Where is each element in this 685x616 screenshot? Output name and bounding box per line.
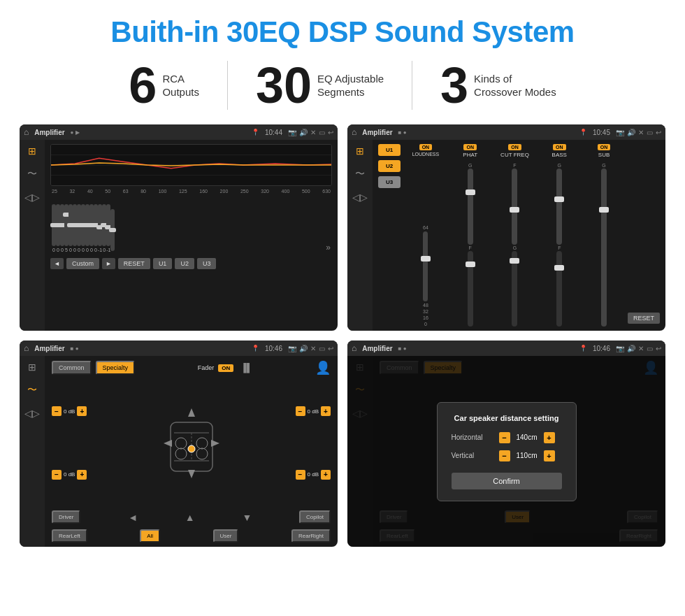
wave-icon[interactable]: 〜 <box>27 168 37 180</box>
location-icon: 📍 <box>252 129 259 136</box>
screen3-camera-icon: 📷 <box>288 345 296 352</box>
svg-marker-13 <box>188 408 195 417</box>
eq-custom-btn[interactable]: Custom <box>66 258 99 269</box>
db3-plus[interactable]: + <box>321 406 331 416</box>
minimize-icon: ▭ <box>319 129 325 136</box>
fader-bottom-row-2: RearLeft All User RearRight <box>52 529 331 543</box>
pos-copilot[interactable]: Copilot <box>299 510 331 524</box>
stat-crossover: 3 Kinds ofCrossover Modes <box>412 60 584 110</box>
stat-rca-label: RCAOutputs <box>162 72 199 99</box>
amp-channel-sub: ON SUB G <box>583 144 625 327</box>
screen2-volume-icon: 🔊 <box>627 129 635 136</box>
tab-specialty[interactable]: Specialty <box>96 361 136 375</box>
eq-prev-btn[interactable]: ◄ <box>50 258 64 269</box>
freq-320: 320 <box>261 189 269 194</box>
screen2-sidebar: ⊞ 〜 ◁▷ <box>347 140 373 331</box>
screen3-sidebar: ⊞ 〜 ◁▷ <box>20 356 45 547</box>
db2-minus[interactable]: − <box>52 470 62 480</box>
amp-channels: ON LOUDNESS 64 48 32 16 0 <box>405 144 660 327</box>
eq-sliders: 0 0 0 5 0 0 0 0 0 0 0 -1 0 -1 » <box>50 196 332 252</box>
screen2-speaker-icon[interactable]: ◁▷ <box>352 192 368 203</box>
preset-u1[interactable]: U1 <box>378 144 401 156</box>
screen2-status: ■ ● <box>398 129 407 136</box>
tab-common[interactable]: Common <box>52 361 92 375</box>
screen3-location-icon: 📍 <box>252 345 259 352</box>
freq-80: 80 <box>140 189 146 194</box>
screen2-camera-icon: 📷 <box>616 129 624 136</box>
dialog-title: Car speaker distance setting <box>452 414 562 422</box>
eq-next-btn[interactable]: ► <box>102 258 115 269</box>
pos-user[interactable]: User <box>213 529 239 543</box>
preset-u2[interactable]: U2 <box>378 160 401 172</box>
stat-eq-label: EQ AdjustableSegments <box>317 72 384 99</box>
pos-rearright[interactable]: RearRight <box>291 529 331 543</box>
screen3-home-icon[interactable]: ⌂ <box>24 343 29 353</box>
expand-icon[interactable]: » <box>326 243 331 252</box>
dialog-horizontal-row: Horizontal − 140cm + <box>452 432 562 443</box>
fader-main: Common Specialty Fader ON ▐▌ 👤 − 0 dB + <box>45 356 338 547</box>
left-arrow-icon: ◄ <box>128 512 138 523</box>
eq-icon[interactable]: ⊞ <box>28 145 36 157</box>
db2-plus[interactable]: + <box>77 470 87 480</box>
screen3-speaker-icon[interactable]: ◁▷ <box>24 408 40 419</box>
freq-200: 200 <box>220 189 229 194</box>
sub-on-badge: ON <box>598 144 611 150</box>
pos-driver[interactable]: Driver <box>52 510 80 524</box>
screen2-title: Amplifier <box>362 129 392 136</box>
fader-label: Fader <box>198 364 215 371</box>
pos-rearleft[interactable]: RearLeft <box>52 529 87 543</box>
stat-crossover-number: 3 <box>440 60 468 110</box>
eq-slider-15 <box>110 209 115 252</box>
dialog-vertical-row: Vertical − 110cm + <box>452 450 562 461</box>
preset-u3[interactable]: U3 <box>378 176 401 188</box>
fader-bottom-row: Driver ◄ ▲ ▼ Copilot <box>52 510 331 524</box>
db4-minus[interactable]: − <box>296 470 305 480</box>
stat-crossover-label: Kinds ofCrossover Modes <box>474 72 556 99</box>
screen-eq: ⌂ Amplifier ● ▶ 📍 10:44 📷 🔊 ✕ ▭ ↩ ⊞ 〜 ◁▷ <box>20 124 338 331</box>
screen1-status: ● ▶ <box>71 129 80 136</box>
screen3-eq-icon[interactable]: ⊞ <box>28 361 36 373</box>
eq-u1-btn[interactable]: U1 <box>153 258 173 269</box>
screen2-eq-icon[interactable]: ⊞ <box>356 145 364 157</box>
confirm-button[interactable]: Confirm <box>452 473 562 489</box>
horizontal-value: 140cm <box>513 434 541 441</box>
vertical-minus-btn[interactable]: − <box>499 450 510 461</box>
svg-point-12 <box>188 445 195 452</box>
screen4-home-icon[interactable]: ⌂ <box>352 343 356 353</box>
screen2-wave-icon[interactable]: 〜 <box>355 168 365 180</box>
amp-reset-btn[interactable]: RESET <box>628 313 660 324</box>
screen1-time: 10:44 <box>265 129 282 136</box>
screen4-title: Amplifier <box>362 345 392 352</box>
screen3-wave-icon[interactable]: 〜 <box>27 384 37 396</box>
eq-reset-btn[interactable]: RESET <box>118 258 150 269</box>
db1-minus[interactable]: − <box>52 406 62 416</box>
pos-all[interactable]: All <box>140 529 160 543</box>
home-icon[interactable]: ⌂ <box>24 127 29 137</box>
db1-plus[interactable]: + <box>77 406 87 416</box>
stats-row: 6 RCAOutputs 30 EQ AdjustableSegments 3 … <box>0 60 685 124</box>
screen2-topbar: ⌂ Amplifier ■ ● 📍 10:45 📷 🔊 ✕ ▭ ↩ <box>347 124 665 140</box>
horizontal-plus-btn[interactable]: + <box>544 432 555 443</box>
person-icon[interactable]: 👤 <box>315 360 331 375</box>
db3-val: 0 dB <box>308 408 319 415</box>
db4-plus[interactable]: + <box>321 470 331 480</box>
horizontal-minus-btn[interactable]: − <box>499 432 510 443</box>
svg-point-9 <box>196 438 208 449</box>
speaker-icon[interactable]: ◁▷ <box>24 192 40 203</box>
freq-25: 25 <box>52 189 57 194</box>
screen3-volume-icon: 🔊 <box>299 345 308 352</box>
screen4-back-icon: ↩ <box>656 345 661 352</box>
eq-u2-btn[interactable]: U2 <box>175 258 194 269</box>
eq-u3-btn[interactable]: U3 <box>197 258 217 269</box>
db3-minus[interactable]: − <box>296 406 305 416</box>
screen2-close-icon: ✕ <box>638 129 644 136</box>
vertical-plus-btn[interactable]: + <box>544 450 555 461</box>
freq-500: 500 <box>302 189 310 194</box>
screen2-content: ⊞ 〜 ◁▷ U1 U2 U3 ON LOUDNESS <box>347 140 665 331</box>
freq-630: 630 <box>322 189 331 194</box>
amp-main: U1 U2 U3 ON LOUDNESS 64 <box>373 140 665 331</box>
up-arrow-icon: ▲ <box>185 512 195 523</box>
horizontal-stepper: − 140cm + <box>499 432 555 443</box>
screen2-home-icon[interactable]: ⌂ <box>352 127 356 137</box>
fader-on-badge: ON <box>218 364 233 372</box>
